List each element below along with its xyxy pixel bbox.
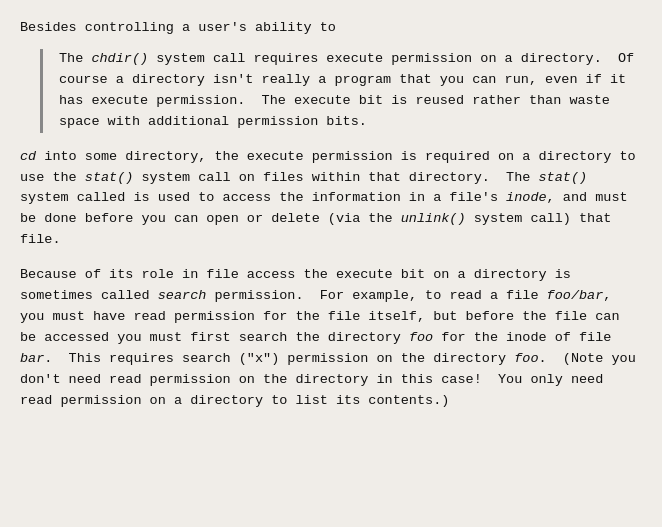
unlink-italic: unlink() xyxy=(401,211,466,226)
bar-italic: bar xyxy=(20,351,44,366)
stat1-italic: stat() xyxy=(85,170,134,185)
stat2-italic: stat() xyxy=(539,170,588,185)
blockquote-text: The chdir() system call requires execute… xyxy=(59,49,642,133)
paragraph2: Because of its role in file access the e… xyxy=(20,265,642,411)
inode-italic: inode xyxy=(506,190,547,205)
intro-text: Besides controlling a user's ability to xyxy=(20,18,642,39)
blockquote-section: The chdir() system call requires execute… xyxy=(40,49,642,133)
search-italic: search xyxy=(158,288,207,303)
foo1-italic: foo xyxy=(409,330,433,345)
foobar-italic: foo/bar xyxy=(547,288,604,303)
foo2-italic: foo xyxy=(514,351,538,366)
cd-italic: cd xyxy=(20,149,36,164)
main-content: Besides controlling a user's ability to … xyxy=(20,18,642,412)
paragraph1: cd into some directory, the execute perm… xyxy=(20,147,642,252)
chdir-italic: chdir() xyxy=(91,51,148,66)
